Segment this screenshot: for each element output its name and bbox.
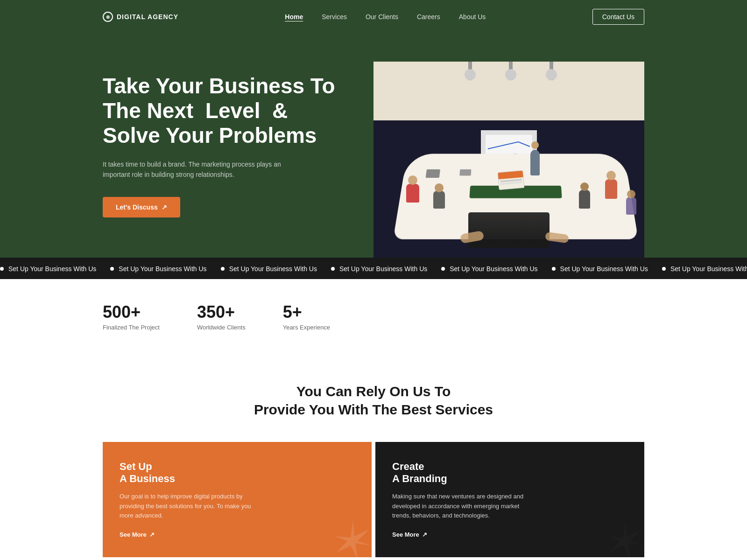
ticker-dot xyxy=(552,267,556,271)
ticker-item-3: Set Up Your Business With Us xyxy=(221,265,317,273)
service-card-setup-desc: Our goal is to help improve digital prod… xyxy=(120,492,260,521)
hero-text-block: Take Your Business ToThe Next Level &Sol… xyxy=(103,74,374,245)
services-grid: Set Up A Business Our goal is to help im… xyxy=(103,442,644,560)
service-card-branding-title: Create A Branding xyxy=(392,461,627,485)
see-more-arrow-icon: ↗ xyxy=(149,531,155,538)
service-setup-see-more[interactable]: See More ↗ xyxy=(120,531,155,538)
logo: ⊕ DIGITAL AGENCY xyxy=(103,12,178,22)
ticker-item-2: Set Up Your Business With Us xyxy=(110,265,206,273)
see-more-arrow-icon: ↗ xyxy=(422,531,427,538)
services-section: You Can Rely On Us To Provide You With T… xyxy=(0,354,747,560)
hero-section: Take Your Business ToThe Next Level &Sol… xyxy=(0,34,747,258)
meeting-room-illustration xyxy=(374,62,644,258)
logo-icon: ⊕ xyxy=(103,12,113,22)
business-card xyxy=(497,170,524,190)
card-decoration-starburst xyxy=(330,515,372,557)
stat-clients-number: 350+ xyxy=(197,302,246,322)
service-card-setup-title: Set Up A Business xyxy=(120,461,355,485)
navbar: ⊕ DIGITAL AGENCY Home Services Our Clien… xyxy=(0,0,747,34)
person-left-1 xyxy=(406,184,419,203)
light-1 xyxy=(468,62,472,80)
person-right-1 xyxy=(605,179,617,199)
nav-item-about[interactable]: About Us xyxy=(459,13,486,21)
ticker-item-7: Set Up Your Business With Us xyxy=(662,265,747,273)
ticker-item-6: Set Up Your Business With Us xyxy=(552,265,648,273)
ticker-item-1: Set Up Your Business With Us xyxy=(0,265,96,273)
stat-experience-number: 5+ xyxy=(283,302,330,322)
hero-image xyxy=(374,62,644,258)
stat-experience: 5+ Years Experience xyxy=(283,302,330,331)
ticker-item-4: Set Up Your Business With Us xyxy=(331,265,427,273)
stat-projects-number: 500+ xyxy=(103,302,160,322)
hero-title: Take Your Business ToThe Next Level &Sol… xyxy=(103,74,355,148)
light-2 xyxy=(509,62,513,80)
service-card-branding: Create A Branding Making sure that new v… xyxy=(375,442,644,557)
ticker-dot xyxy=(662,267,666,271)
nav-link-about[interactable]: About Us xyxy=(459,13,486,21)
ticker-content: Set Up Your Business With Us Set Up Your… xyxy=(0,265,747,273)
services-section-title: You Can Rely On Us To Provide You With T… xyxy=(103,382,644,419)
nav-item-clients[interactable]: Our Clients xyxy=(366,13,398,21)
hero-subtitle: It takes time to build a brand. The mark… xyxy=(103,159,289,180)
service-card-setup: Set Up A Business Our goal is to help im… xyxy=(103,442,372,557)
person-presenter xyxy=(530,150,540,175)
nav-link-home[interactable]: Home xyxy=(285,13,303,21)
ticker-dot xyxy=(0,267,4,271)
stat-experience-label: Years Experience xyxy=(283,324,330,331)
lets-discuss-button[interactable]: Let's Discuss ↗ xyxy=(103,197,180,217)
nav-link-careers[interactable]: Careers xyxy=(417,13,440,21)
ticker-dot xyxy=(441,267,445,271)
stat-clients: 350+ Worldwide Clients xyxy=(197,302,246,331)
nav-item-home[interactable]: Home xyxy=(285,13,303,21)
person-right-2 xyxy=(579,190,590,209)
contact-us-button[interactable]: Contact Us xyxy=(592,9,644,25)
stats-section: 500+ Finalized The Project 350+ Worldwid… xyxy=(0,279,747,354)
person-left-2 xyxy=(433,191,445,209)
stat-clients-label: Worldwide Clients xyxy=(197,324,246,331)
stat-projects: 500+ Finalized The Project xyxy=(103,302,160,331)
ticker-dot xyxy=(110,267,114,271)
nav-item-careers[interactable]: Careers xyxy=(417,13,440,21)
stat-projects-label: Finalized The Project xyxy=(103,324,160,331)
person-right-3 xyxy=(626,197,636,215)
nav-links: Home Services Our Clients Careers About … xyxy=(285,13,486,21)
ticker-bar: Set Up Your Business With Us Set Up Your… xyxy=(0,258,747,279)
ticker-dot xyxy=(331,267,335,271)
foreground-table xyxy=(468,212,550,248)
ticker-dot xyxy=(221,267,225,271)
light-3 xyxy=(550,62,553,80)
card-decoration-starburst-dark xyxy=(602,515,644,557)
hero-cta-arrow: ↗ xyxy=(162,203,167,211)
service-branding-see-more[interactable]: See More ↗ xyxy=(392,531,427,538)
ticker-item-5: Set Up Your Business With Us xyxy=(441,265,537,273)
nav-link-clients[interactable]: Our Clients xyxy=(366,13,398,21)
logo-text: DIGITAL AGENCY xyxy=(117,13,178,21)
hero-cta-label: Let's Discuss xyxy=(116,203,158,211)
service-card-branding-desc: Making sure that new ventures are design… xyxy=(392,492,532,521)
nav-item-services[interactable]: Services xyxy=(322,13,347,21)
nav-link-services[interactable]: Services xyxy=(322,13,347,21)
